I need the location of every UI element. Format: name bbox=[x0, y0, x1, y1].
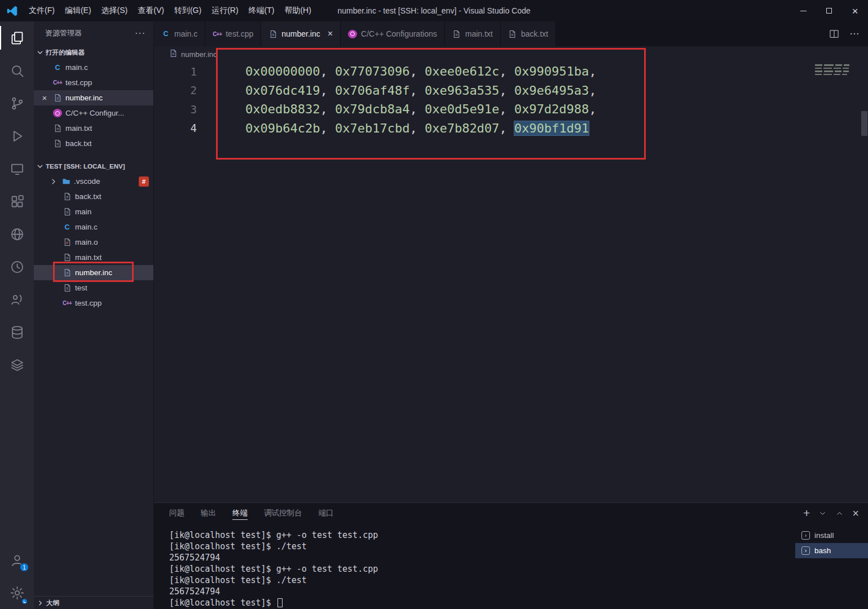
code-line[interactable]: 20x076dc419, 0x706af48f, 0xe963a535, 0x9… bbox=[154, 81, 868, 100]
close-icon[interactable]: × bbox=[328, 29, 333, 39]
activity-live-share-icon[interactable] bbox=[0, 283, 34, 316]
file-label: C/C++ Configur... bbox=[65, 109, 124, 117]
activity-database-icon[interactable] bbox=[0, 316, 34, 348]
menu-item[interactable]: 文件(F) bbox=[24, 0, 60, 21]
outline-section-header[interactable]: 大纲 bbox=[34, 596, 153, 609]
open-editor-item[interactable]: Cmain.c bbox=[34, 60, 153, 75]
open-editors-list: Cmain.cC++test.cpp×number.incC/C++ Confi… bbox=[34, 60, 153, 151]
explorer-sidebar: 资源管理器 ··· 打开的编辑器 Cmain.cC++test.cpp×numb… bbox=[34, 21, 154, 609]
ellipsis-icon[interactable] bbox=[849, 28, 860, 39]
new-terminal-icon[interactable]: + bbox=[803, 506, 810, 520]
terminal-line: [ik@localhost test]$ bbox=[169, 598, 795, 609]
hex-literal: 0x97d2d988 bbox=[514, 102, 589, 116]
open-editor-item[interactable]: C++test.cpp bbox=[34, 75, 153, 90]
menu-item[interactable]: 运行(R) bbox=[206, 0, 243, 21]
activity-extensions-icon[interactable] bbox=[0, 185, 34, 218]
menu-item[interactable]: 查看(V) bbox=[133, 0, 169, 21]
tree-item-main.o[interactable]: main.o bbox=[34, 235, 153, 250]
activity-account-icon[interactable]: 1 bbox=[0, 544, 34, 576]
activity-settings-gear-icon[interactable] bbox=[0, 576, 34, 609]
tree-item-main.c[interactable]: Cmain.c bbox=[34, 219, 153, 235]
breadcrumb[interactable]: number.inc bbox=[154, 46, 868, 62]
maximize-button[interactable] bbox=[816, 0, 842, 21]
hex-literal: 0xe7b82d07 bbox=[425, 121, 499, 135]
minimap[interactable] bbox=[815, 64, 852, 77]
tab-number.inc[interactable]: number.inc× bbox=[261, 21, 341, 46]
code-line[interactable]: 30x0edb8832, 0x79dcb8a4, 0xe0d5e91e, 0x9… bbox=[154, 100, 868, 119]
code-line[interactable]: 40x09b64c2b, 0x7eb17cbd, 0xe7b82d07, 0x9… bbox=[154, 119, 868, 138]
activity-history-icon[interactable] bbox=[0, 250, 34, 283]
hex-literal: 0x076dc419 bbox=[245, 83, 320, 98]
minimize-button[interactable] bbox=[790, 0, 816, 21]
file-label: test bbox=[75, 284, 87, 292]
maximize-panel-icon[interactable] bbox=[835, 509, 844, 518]
menu-item[interactable]: 选择(S) bbox=[96, 0, 133, 21]
tab-main.txt[interactable]: main.txt bbox=[445, 21, 501, 46]
panel-actions: +× bbox=[803, 503, 859, 523]
close-icon[interactable]: × bbox=[40, 93, 49, 103]
binary-file-icon bbox=[63, 238, 72, 247]
activity-globe-icon[interactable] bbox=[0, 218, 34, 250]
terminal-session-install[interactable]: ›install bbox=[795, 528, 868, 543]
menu-item[interactable]: 编辑(E) bbox=[60, 0, 96, 21]
tree-item-.vscode[interactable]: .vscode# bbox=[34, 174, 153, 189]
editor-scrollbar[interactable] bbox=[861, 111, 867, 136]
activity-layers-icon[interactable] bbox=[0, 348, 34, 381]
terminal-output[interactable]: [ik@localhost test]$ g++ -o test test.cp… bbox=[154, 523, 795, 609]
line-number: 2 bbox=[154, 84, 197, 96]
tab-test.cpp[interactable]: C++test.cpp bbox=[205, 21, 261, 46]
terminal-icon: › bbox=[801, 546, 810, 555]
panel-tab-问题[interactable]: 问题 bbox=[169, 503, 184, 523]
tree-item-main[interactable]: main bbox=[34, 204, 153, 219]
tree-item-test.cpp[interactable]: C++test.cpp bbox=[34, 295, 153, 311]
close-panel-icon[interactable]: × bbox=[852, 507, 859, 520]
tab-back.txt[interactable]: back.txt bbox=[501, 21, 556, 46]
chevron-down-icon bbox=[36, 162, 45, 171]
open-editor-item[interactable]: C/C++ Configur... bbox=[34, 105, 153, 121]
cpp-file-icon: C++ bbox=[53, 78, 62, 87]
activity-bar-items bbox=[0, 21, 34, 381]
hex-literal: 0x09b64c2b bbox=[245, 121, 320, 135]
activity-files-icon[interactable] bbox=[0, 21, 34, 54]
tree-item-test[interactable]: test bbox=[34, 280, 153, 295]
cpp-config-icon bbox=[53, 109, 62, 117]
tree-item-back.txt[interactable]: back.txt bbox=[34, 189, 153, 204]
tree-item-main.txt[interactable]: main.txt bbox=[34, 250, 153, 265]
activity-search-icon[interactable] bbox=[0, 54, 34, 87]
live-share-icon bbox=[10, 292, 25, 307]
code-line[interactable]: 10x00000000, 0x77073096, 0xee0e612c, 0x9… bbox=[154, 62, 868, 81]
code-lines: 10x00000000, 0x77073096, 0xee0e612c, 0x9… bbox=[154, 62, 868, 138]
breadcrumb-label: number.inc bbox=[181, 50, 217, 59]
activity-run-debug-icon[interactable] bbox=[0, 120, 34, 152]
tab-bar: Cmain.cC++test.cppnumber.inc×C/C++ Confi… bbox=[154, 21, 868, 46]
file-icon bbox=[508, 29, 517, 38]
terminal-line: [ik@localhost test]$ g++ -o test test.cp… bbox=[169, 530, 795, 541]
more-actions-icon[interactable]: ··· bbox=[135, 28, 146, 38]
menu-item[interactable]: 帮助(H) bbox=[279, 0, 316, 21]
terminal-dropdown-icon[interactable] bbox=[818, 509, 827, 518]
file-icon bbox=[452, 29, 461, 38]
open-editor-item[interactable]: ×number.inc bbox=[34, 90, 153, 105]
tree-header[interactable]: TEST [SSH: LOCAL_ENV] bbox=[34, 159, 153, 174]
open-editor-item[interactable]: main.txt bbox=[34, 121, 153, 136]
tab-main.c[interactable]: Cmain.c bbox=[154, 21, 205, 46]
tab-C/C++ Configurations[interactable]: C/C++ Configurations bbox=[341, 21, 445, 46]
panel-tab-端口[interactable]: 端口 bbox=[319, 503, 334, 523]
panel-tab-调试控制台[interactable]: 调试控制台 bbox=[264, 503, 302, 523]
code-editor[interactable]: 10x00000000, 0x77073096, 0xee0e612c, 0x9… bbox=[154, 62, 868, 502]
split-editor-icon[interactable] bbox=[829, 28, 840, 39]
hex-literal: 0xee0e612c bbox=[425, 64, 499, 78]
terminal-session-bash[interactable]: ›bash bbox=[795, 543, 868, 558]
file-label: main.txt bbox=[65, 124, 92, 133]
panel-tab-输出[interactable]: 输出 bbox=[201, 503, 216, 523]
menu-item[interactable]: 终端(T) bbox=[244, 0, 280, 21]
panel-tab-终端[interactable]: 终端 bbox=[232, 503, 248, 523]
menu-item[interactable]: 转到(G) bbox=[169, 0, 206, 21]
open-editor-item[interactable]: back.txt bbox=[34, 136, 153, 151]
activity-source-control-icon[interactable] bbox=[0, 87, 34, 120]
open-editors-header[interactable]: 打开的编辑器 bbox=[34, 45, 153, 60]
tree-item-number.inc[interactable]: number.inc bbox=[34, 265, 153, 280]
close-button[interactable]: × bbox=[842, 0, 868, 21]
activity-remote-explorer-icon[interactable] bbox=[0, 152, 34, 185]
sidebar-header: 资源管理器 ··· bbox=[34, 21, 153, 45]
